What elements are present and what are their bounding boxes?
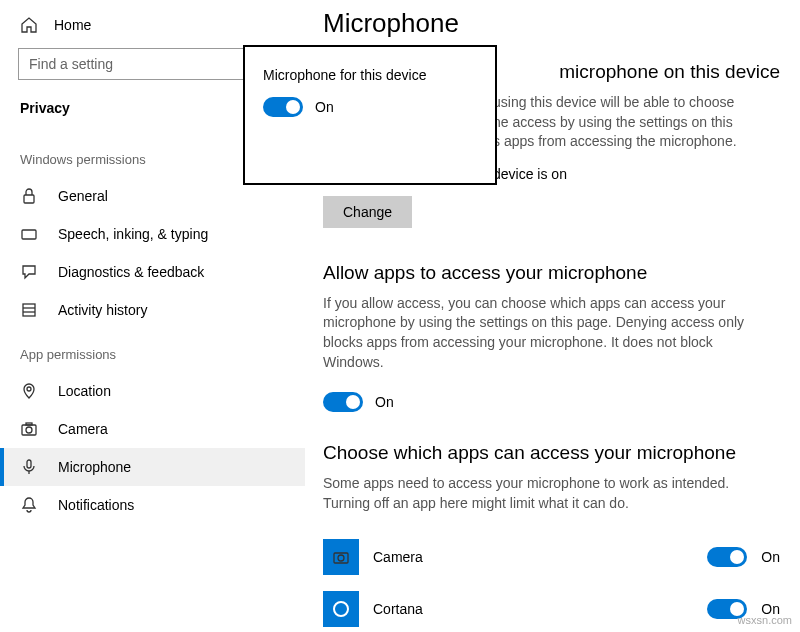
camera-app-icon bbox=[323, 539, 359, 575]
change-popup: Microphone for this device On bbox=[243, 45, 497, 185]
section-app-permissions: App permissions bbox=[18, 329, 305, 372]
nav-label: Microphone bbox=[58, 459, 131, 475]
svg-rect-11 bbox=[26, 423, 32, 425]
watermark: wsxsn.com bbox=[738, 614, 792, 626]
svg-rect-1 bbox=[22, 230, 36, 239]
sidebar-item-speech[interactable]: Speech, inking, & typing bbox=[18, 215, 305, 253]
toggle-state: On bbox=[761, 549, 780, 565]
nav-label: Location bbox=[58, 383, 111, 399]
home-link[interactable]: Home bbox=[18, 10, 305, 44]
toggle-state: On bbox=[315, 99, 334, 115]
microphone-icon bbox=[20, 458, 38, 476]
apps-access-toggle[interactable] bbox=[323, 392, 363, 412]
svg-rect-12 bbox=[27, 460, 31, 468]
nav-label: Diagnostics & feedback bbox=[58, 264, 204, 280]
popup-toggle-row: On bbox=[263, 97, 477, 117]
bell-icon bbox=[20, 496, 38, 514]
nav-label: General bbox=[58, 188, 108, 204]
svg-point-10 bbox=[26, 427, 32, 433]
device-mic-toggle[interactable] bbox=[263, 97, 303, 117]
section3-title: Choose which apps can access your microp… bbox=[323, 438, 780, 474]
popup-title: Microphone for this device bbox=[263, 67, 477, 97]
change-button[interactable]: Change bbox=[323, 196, 412, 228]
nav-label: Speech, inking, & typing bbox=[58, 226, 208, 242]
history-icon bbox=[20, 301, 38, 319]
app-row-camera: Camera On bbox=[323, 531, 780, 583]
home-icon bbox=[20, 16, 38, 34]
app-name: Camera bbox=[373, 549, 693, 565]
svg-point-8 bbox=[27, 387, 31, 391]
sidebar-item-location[interactable]: Location bbox=[18, 372, 305, 410]
sidebar-item-diagnostics[interactable]: Diagnostics & feedback bbox=[18, 253, 305, 291]
nav-label: Camera bbox=[58, 421, 108, 437]
home-label: Home bbox=[54, 17, 91, 33]
nav-label: Activity history bbox=[58, 302, 147, 318]
section3-desc: Some apps need to access your microphone… bbox=[323, 474, 763, 527]
toggle-state: On bbox=[375, 394, 394, 410]
svg-rect-0 bbox=[24, 195, 34, 203]
sidebar-item-camera[interactable]: Camera bbox=[18, 410, 305, 448]
cortana-app-icon bbox=[323, 591, 359, 627]
section2-title: Allow apps to access your microphone bbox=[323, 258, 780, 294]
sidebar-item-activity[interactable]: Activity history bbox=[18, 291, 305, 329]
sidebar-item-notifications[interactable]: Notifications bbox=[18, 486, 305, 524]
camera-icon bbox=[20, 420, 38, 438]
feedback-icon bbox=[20, 263, 38, 281]
location-icon bbox=[20, 382, 38, 400]
nav-label: Notifications bbox=[58, 497, 134, 513]
apps-access-toggle-row: On bbox=[323, 386, 780, 438]
svg-rect-5 bbox=[23, 304, 35, 316]
app-row-cortana: Cortana On bbox=[323, 583, 780, 632]
app-list: Camera On Cortana On bbox=[323, 527, 780, 632]
section2-desc: If you allow access, you can choose whic… bbox=[323, 294, 763, 386]
lock-icon bbox=[20, 187, 38, 205]
keyboard-icon bbox=[20, 225, 38, 243]
app-name: Cortana bbox=[373, 601, 693, 617]
camera-app-toggle[interactable] bbox=[707, 547, 747, 567]
sidebar-item-microphone[interactable]: Microphone bbox=[0, 448, 305, 486]
svg-point-15 bbox=[338, 555, 344, 561]
